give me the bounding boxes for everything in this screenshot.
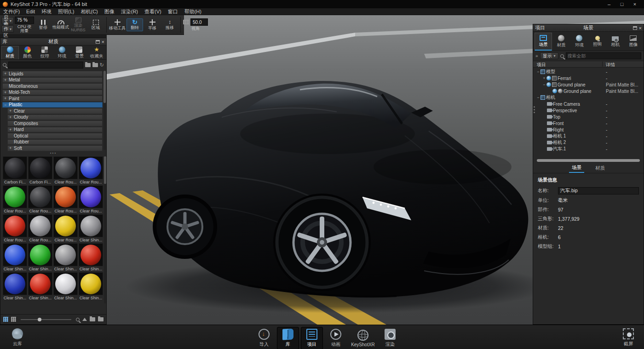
library-tree-item[interactable]: +Cloudy bbox=[7, 114, 103, 120]
visibility-eye-icon[interactable] bbox=[552, 89, 557, 93]
keyshotxr-button[interactable]: KeyShotXR bbox=[349, 327, 377, 349]
folder-icon[interactable] bbox=[98, 317, 104, 321]
material-thumbnail[interactable]: Clear Shin... bbox=[53, 243, 78, 272]
thumbnail-view-icon[interactable] bbox=[3, 317, 8, 322]
performance-mode-button[interactable]: 性能模式 bbox=[52, 20, 69, 30]
maximize-button[interactable]: □ bbox=[615, 0, 628, 8]
scene-tree-row[interactable]: Ground planePaint Matte Bl... bbox=[533, 88, 644, 94]
menu-render[interactable]: 渲染(R) bbox=[118, 8, 141, 15]
expander-icon[interactable]: − bbox=[542, 82, 546, 87]
scene-search-input[interactable] bbox=[566, 52, 641, 59]
scene-tree-row[interactable]: 相机 2- bbox=[533, 139, 644, 146]
material-thumbnail[interactable]: Clear Shin... bbox=[79, 214, 103, 243]
close-button[interactable]: × bbox=[628, 0, 641, 8]
visibility-eye-icon[interactable] bbox=[546, 76, 551, 80]
menu-environment[interactable]: 环境 bbox=[38, 8, 55, 15]
material-thumbnail[interactable]: Clear Rou... bbox=[3, 185, 27, 214]
collapse-chevrons-icon[interactable]: » bbox=[535, 53, 538, 58]
zoom-icon[interactable] bbox=[76, 318, 80, 321]
library-tab-backplates[interactable]: 背景 bbox=[71, 46, 88, 59]
material-thumbnail[interactable]: Clear Shin... bbox=[79, 272, 103, 301]
expander-icon[interactable]: + bbox=[9, 127, 14, 132]
scene-tree-row[interactable]: 汽车.1- bbox=[533, 146, 644, 152]
thumbnail-scrollbar[interactable] bbox=[104, 156, 106, 303]
project-tab-camera[interactable]: 相机 bbox=[607, 33, 624, 51]
material-thumbnail[interactable]: Clear Rou... bbox=[79, 156, 103, 185]
library-tab-materials[interactable]: 材质 bbox=[1, 46, 19, 59]
dolly-button[interactable]: 推移 bbox=[161, 19, 178, 30]
expander-icon[interactable]: − bbox=[536, 95, 540, 100]
project-tab-scene[interactable]: 场景 bbox=[535, 33, 552, 51]
pause-button[interactable]: 暂停 bbox=[35, 19, 52, 30]
scene-name-field[interactable]: 汽车.bip bbox=[558, 187, 639, 195]
region-button[interactable]: 区域 bbox=[87, 19, 104, 30]
undock-panel-icon[interactable] bbox=[633, 26, 637, 30]
expander-icon[interactable]: + bbox=[4, 96, 9, 101]
scene-tree-hscrollbar[interactable] bbox=[533, 158, 644, 163]
project-toggle-button[interactable]: 项目 bbox=[301, 327, 323, 349]
material-thumbnail[interactable]: Carbon Fi... bbox=[3, 156, 27, 185]
list-view-icon[interactable] bbox=[11, 317, 16, 322]
scene-tree-row[interactable]: Perspective- bbox=[533, 107, 644, 114]
material-thumbnail[interactable]: Clear Rou... bbox=[28, 214, 52, 243]
close-panel-icon[interactable]: × bbox=[102, 40, 104, 44]
expander-icon[interactable]: + bbox=[4, 90, 9, 95]
import-folder-icon[interactable] bbox=[92, 63, 98, 67]
project-tab-image[interactable]: 图像 bbox=[625, 33, 642, 51]
menu-camera[interactable]: 相机(C) bbox=[77, 8, 101, 15]
material-thumbnail[interactable]: Clear Rou... bbox=[79, 185, 103, 214]
scene-tree-row[interactable]: Top- bbox=[533, 114, 644, 120]
move-tool-button[interactable]: 移动工具 bbox=[109, 19, 126, 31]
library-tree-item[interactable]: +Metal bbox=[2, 77, 103, 83]
material-thumbnail[interactable]: Carbon Fi... bbox=[28, 156, 52, 185]
material-thumbnail[interactable]: Clear Shin... bbox=[3, 243, 27, 272]
animation-button[interactable]: 动画 bbox=[325, 327, 347, 349]
library-tab-colors[interactable]: 颜色 bbox=[19, 46, 36, 59]
material-thumbnail[interactable]: Clear Shin... bbox=[53, 272, 78, 301]
render-nurbs-button[interactable]: 渲染NURBS bbox=[70, 17, 86, 33]
library-tree-item[interactable]: +Soft bbox=[7, 145, 103, 151]
slider-knob[interactable] bbox=[38, 318, 41, 321]
scene-tree-row-cameras-group[interactable]: −相机 bbox=[533, 94, 644, 101]
project-tab-lighting[interactable]: 照明 bbox=[589, 33, 606, 51]
library-tree-item[interactable]: Composites bbox=[7, 120, 103, 126]
add-folder-icon[interactable] bbox=[85, 63, 91, 67]
render-button[interactable]: 渲染 bbox=[379, 327, 401, 349]
pan-button[interactable]: 平移 bbox=[144, 19, 161, 31]
thumbnail-size-slider[interactable] bbox=[21, 319, 71, 320]
panel-splitter-handle[interactable]: ••• bbox=[0, 152, 106, 155]
library-tree-item[interactable]: +Paint bbox=[2, 96, 103, 102]
scene-tree-row[interactable]: 相机 1- bbox=[533, 133, 644, 139]
library-tree-item-selected[interactable]: −Plastic bbox=[2, 102, 103, 108]
cloud-library-button[interactable]: 云库 bbox=[6, 327, 29, 349]
material-thumbnail[interactable]: Clear Shin... bbox=[28, 272, 52, 301]
menu-view[interactable]: 查看(V) bbox=[141, 8, 165, 15]
fov-value-field[interactable]: 50.0 bbox=[190, 18, 208, 26]
library-toggle-button[interactable]: 库 bbox=[277, 327, 299, 349]
material-thumbnail[interactable]: Clear Rou... bbox=[53, 156, 78, 185]
library-tab-textures[interactable]: 纹理 bbox=[36, 46, 53, 59]
library-tab-environments[interactable]: 环境 bbox=[53, 46, 71, 59]
expander-icon[interactable]: + bbox=[9, 109, 14, 113]
library-tree-item[interactable]: +Liquids bbox=[2, 71, 103, 77]
upload-icon[interactable] bbox=[82, 318, 87, 321]
workspace-button[interactable]: 工作区▾ bbox=[1, 25, 14, 33]
library-tree-item[interactable]: +Mold-Tech bbox=[2, 90, 103, 96]
library-tree-item[interactable]: +Hard bbox=[7, 127, 103, 133]
scene-tree-row[interactable]: Front- bbox=[533, 120, 644, 126]
scene-tree-row[interactable]: Right- bbox=[533, 126, 644, 133]
material-thumbnail[interactable]: Clear Rou... bbox=[53, 214, 78, 243]
menu-help[interactable]: 帮助(H) bbox=[181, 8, 205, 15]
scene-tree-row-models-group[interactable]: −模型- bbox=[533, 69, 644, 75]
menu-window[interactable]: 窗口 bbox=[165, 8, 181, 15]
refresh-icon[interactable] bbox=[100, 63, 104, 67]
expander-icon[interactable]: − bbox=[536, 69, 540, 74]
tumble-button[interactable]: 翻转 bbox=[126, 18, 143, 31]
material-thumbnail[interactable]: Clear Shin... bbox=[28, 243, 52, 272]
expander-icon[interactable]: + bbox=[4, 71, 9, 76]
minimize-button[interactable]: – bbox=[603, 0, 615, 8]
visibility-eye-icon[interactable] bbox=[546, 82, 551, 87]
cpu-usage-value[interactable]: 75 % bbox=[15, 17, 34, 24]
folder-icon[interactable] bbox=[90, 317, 95, 321]
expander-icon[interactable]: + bbox=[4, 78, 9, 82]
